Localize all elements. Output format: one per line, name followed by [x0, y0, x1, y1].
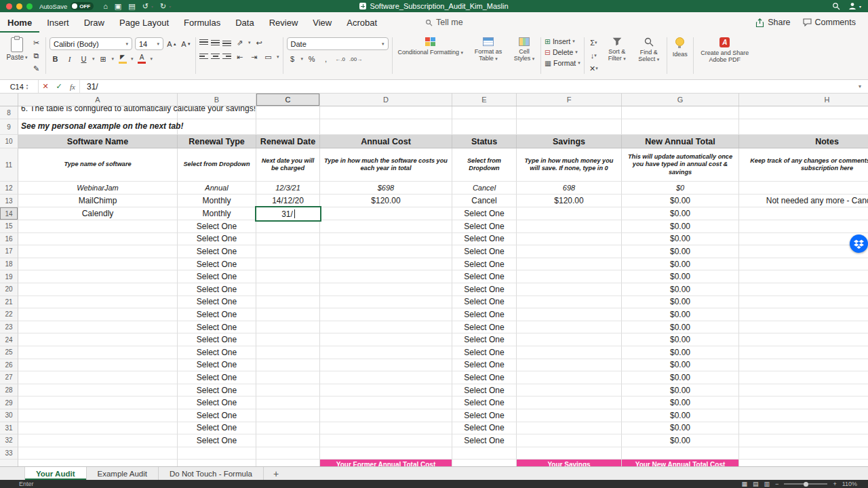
cell-B32[interactable]: Select One	[178, 434, 256, 447]
cell-H8[interactable]	[739, 106, 868, 119]
zoom-slider-knob[interactable]	[804, 482, 808, 487]
cell-E11[interactable]: Select from Dropdown	[452, 148, 517, 182]
cell-F28[interactable]	[517, 384, 622, 397]
redo-icon[interactable]: ↻	[160, 2, 166, 11]
cell-A21[interactable]	[18, 296, 178, 309]
align-left-icon[interactable]	[199, 53, 208, 62]
cell-H9[interactable]	[739, 119, 868, 135]
ribbon-tab-formulas[interactable]: Formulas	[176, 12, 228, 33]
cell-A30[interactable]	[18, 409, 178, 422]
ribbon-tab-draw[interactable]: Draw	[77, 12, 112, 33]
page-layout-view-icon[interactable]: ▤	[753, 481, 759, 487]
cell-H17[interactable]	[739, 245, 868, 258]
row-header-32[interactable]: 32	[0, 434, 18, 447]
cell-H[interactable]	[739, 460, 868, 466]
cell-H32[interactable]	[739, 434, 868, 447]
row-header-15[interactable]: 15	[0, 220, 18, 233]
cell-B[interactable]	[178, 460, 256, 466]
adobe-pdf-button[interactable]: A Create and Share Adobe PDF	[697, 36, 753, 75]
cell-G30[interactable]: $0.00	[622, 409, 739, 422]
cell-D20[interactable]	[320, 283, 452, 296]
cell-F23[interactable]	[517, 321, 622, 334]
zoom-level[interactable]: 110%	[842, 481, 857, 487]
row-header-22[interactable]: 22	[0, 308, 18, 321]
cell-G18[interactable]: $0.00	[622, 258, 739, 271]
cell-F21[interactable]	[517, 296, 622, 309]
cell-C26[interactable]	[256, 359, 320, 372]
cell-G17[interactable]: $0.00	[622, 245, 739, 258]
row-header-27[interactable]: 27	[0, 371, 18, 384]
normal-view-icon[interactable]: ▦	[742, 481, 748, 487]
cell-G21[interactable]: $0.00	[622, 296, 739, 309]
delete-cells-button[interactable]: ⊟Delete▾	[545, 48, 580, 56]
cell-C16[interactable]	[256, 233, 320, 246]
name-box-stepper[interactable]: ▴▾	[26, 83, 28, 90]
row-header-26[interactable]: 26	[0, 359, 18, 372]
cell-F27[interactable]	[517, 371, 622, 384]
align-top-icon[interactable]	[199, 39, 208, 47]
row-header-19[interactable]: 19	[0, 270, 18, 283]
cell-A32[interactable]	[18, 434, 178, 447]
sheet-tab-do-not-touch---formula[interactable]: Do Not Touch - Formula	[159, 467, 264, 480]
orientation-button[interactable]: ⇗	[234, 37, 245, 48]
cell-A33[interactable]	[18, 447, 178, 460]
increase-decimal-button[interactable]: ←.0	[334, 54, 346, 64]
home-icon[interactable]: ⌂	[103, 2, 108, 10]
decrease-decimal-button[interactable]: .00→	[349, 54, 363, 64]
cell-H22[interactable]	[739, 308, 868, 321]
row-header-21[interactable]: 21	[0, 296, 18, 309]
cell-E21[interactable]: Select One	[452, 296, 517, 309]
cell-H12[interactable]	[739, 182, 868, 195]
cell-G12[interactable]: $0	[622, 182, 739, 195]
cell-B27[interactable]: Select One	[178, 371, 256, 384]
cell-D15[interactable]	[320, 220, 452, 233]
cell-C9[interactable]	[256, 119, 320, 135]
cell-E31[interactable]: Select One	[452, 422, 517, 435]
cell-B22[interactable]: Select One	[178, 308, 256, 321]
ribbon-tab-acrobat[interactable]: Acrobat	[339, 12, 384, 33]
expand-formula-bar-icon[interactable]: ▾	[859, 83, 861, 89]
cell-B13[interactable]: Monthly	[178, 195, 256, 207]
cell-A26[interactable]	[18, 359, 178, 372]
autosave-toggle[interactable]: OFF	[71, 2, 94, 10]
cell-G15[interactable]: $0.00	[622, 220, 739, 233]
cell-A10[interactable]: Software Name	[18, 135, 178, 148]
column-header-G[interactable]: G	[622, 94, 739, 106]
cell-B23[interactable]: Select One	[178, 321, 256, 334]
italic-button[interactable]: I	[64, 54, 75, 64]
cell-E14[interactable]: Select One	[452, 207, 517, 220]
cell-D10[interactable]: Annual Cost	[320, 135, 452, 148]
cell-H27[interactable]	[739, 371, 868, 384]
cell-F32[interactable]	[517, 434, 622, 447]
row-header-10[interactable]: 10	[0, 135, 18, 148]
cell-D9[interactable]	[320, 119, 452, 135]
insert-cells-button[interactable]: ⊞Insert▾	[545, 37, 580, 45]
zoom-in-icon[interactable]: +	[833, 481, 836, 487]
ribbon-tab-data[interactable]: Data	[228, 12, 261, 33]
cell-H18[interactable]	[739, 258, 868, 271]
account-dropdown-icon[interactable]: ▾	[859, 4, 861, 9]
font-color-dropdown-icon[interactable]: ▾	[151, 56, 153, 62]
orientation-dropdown-icon[interactable]: ▾	[248, 40, 251, 45]
borders-dropdown-icon[interactable]: ▾	[112, 56, 115, 62]
cell-F26[interactable]	[517, 359, 622, 372]
cell-G20[interactable]: $0.00	[622, 283, 739, 296]
cell-A22[interactable]	[18, 308, 178, 321]
ribbon-tab-review[interactable]: Review	[262, 12, 306, 33]
cell-A28[interactable]	[18, 384, 178, 397]
cell-A18[interactable]	[18, 258, 178, 271]
comma-button[interactable]: ,	[320, 54, 332, 64]
cell-F13[interactable]: $120.00	[517, 195, 622, 207]
cell-B19[interactable]: Select One	[178, 270, 256, 283]
cell-E20[interactable]: Select One	[452, 283, 517, 296]
row-header-17[interactable]: 17	[0, 245, 18, 258]
cell-H21[interactable]	[739, 296, 868, 309]
row-header-25[interactable]: 25	[0, 346, 18, 359]
cell-H14[interactable]	[739, 207, 868, 220]
cell-D14[interactable]	[320, 207, 452, 220]
cell-A19[interactable]	[18, 270, 178, 283]
cell-A23[interactable]	[18, 321, 178, 334]
print-icon[interactable]: ▤	[128, 2, 135, 11]
cell-G11[interactable]: This will update automatically once you …	[622, 148, 739, 182]
cell-B31[interactable]: Select One	[178, 422, 256, 435]
